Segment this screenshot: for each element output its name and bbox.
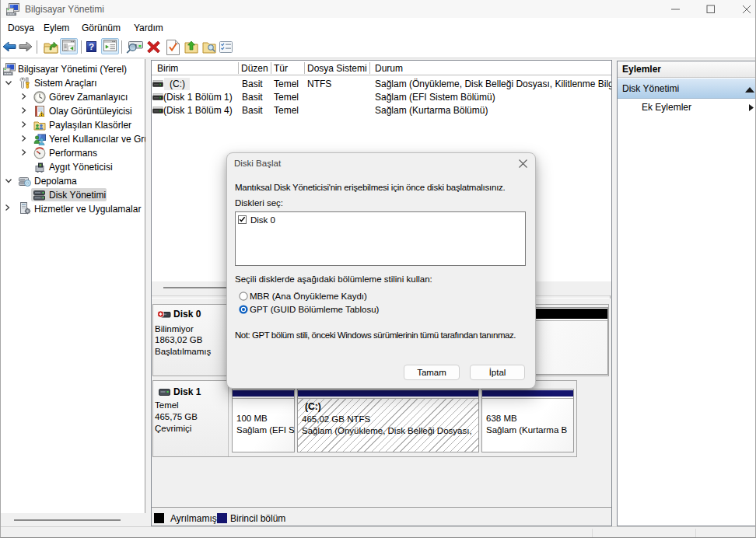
svg-text:?: ? <box>89 42 94 51</box>
